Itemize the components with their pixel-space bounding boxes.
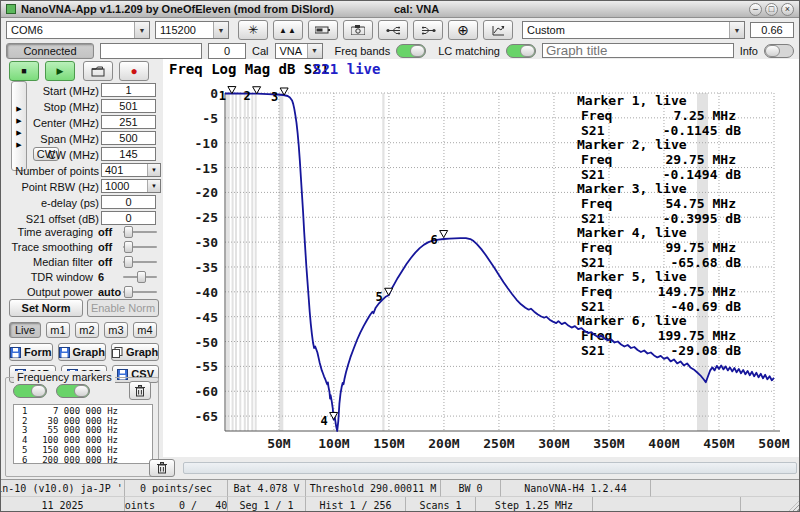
y-tick-label: -35 [195, 260, 218, 275]
sweep-progress-bar[interactable] [183, 462, 797, 474]
field-combo[interactable]: 1000▼ [101, 179, 161, 193]
button-label: Form [24, 346, 52, 358]
save-graph-button[interactable]: Graph [111, 343, 159, 361]
slider-thumb[interactable] [124, 286, 133, 298]
toggle-knob [74, 385, 89, 397]
app-icon [6, 4, 16, 14]
marker-readout-s21-label: S21 [581, 255, 605, 270]
trace-marker-icon[interactable] [440, 231, 448, 238]
s21-plot[interactable]: 0-5-10-15-20-25-30-35-40-45-50-55-60-655… [163, 59, 800, 457]
trace-button-m4[interactable]: m4 [133, 322, 157, 338]
tdr-chart-button[interactable] [483, 20, 513, 40]
slider-thumb[interactable] [137, 271, 146, 283]
minimize-button[interactable]: – [749, 3, 762, 16]
field-combo[interactable]: 401▼ [101, 163, 161, 177]
set-norm-button[interactable]: Set Norm [9, 299, 83, 317]
connection-row: Connected 0 Cal VNA ▼ Freq bands LC matc… [1, 42, 799, 59]
calibration-button[interactable]: ⊕ [448, 20, 478, 40]
slider-thumb[interactable] [124, 241, 133, 253]
marker-readout-s21-label: S21 [581, 343, 605, 358]
slider[interactable] [123, 226, 157, 238]
y-tick-label: -5 [202, 111, 218, 126]
field-input[interactable]: 1 [101, 83, 156, 97]
value-field[interactable]: 0 [208, 43, 246, 59]
slider[interactable] [123, 241, 157, 253]
field-row: Point RBW (Hz)1000▼ [1, 179, 163, 194]
slider[interactable] [123, 271, 157, 283]
open-file-button[interactable] [83, 61, 113, 81]
lc-matching-toggle[interactable] [506, 44, 536, 58]
slider-thumb[interactable] [124, 226, 133, 238]
record-button[interactable]: ● [119, 61, 149, 81]
run-sweep-button[interactable]: ▶ [45, 61, 75, 81]
trace-marker-icon[interactable] [253, 87, 261, 94]
markers-toggle-2[interactable] [56, 384, 90, 398]
baud-rate-select[interactable]: 115200 ▼ [155, 21, 229, 39]
field-input[interactable]: 500 [101, 131, 156, 145]
freq-band-highlight [382, 93, 384, 431]
connect-button[interactable]: Connected [6, 43, 94, 59]
battery-button[interactable] [308, 20, 338, 40]
freq-band-highlight [232, 93, 234, 431]
preset-value-field[interactable]: 0.66 [750, 22, 794, 38]
frequency-marker-list[interactable]: 17 000 000 Hz230 000 000 Hz355 000 000 H… [13, 404, 153, 464]
preset-select[interactable]: Custom ▼ [522, 21, 745, 39]
field-row: Stop (MHz)501 [1, 99, 163, 114]
marker-list-row[interactable]: 6200 000 000 Hz [14, 456, 152, 466]
y-tick-label: -40 [195, 285, 219, 300]
save-graph-button[interactable]: Graph [58, 343, 106, 361]
delete-markers-button[interactable] [129, 381, 151, 400]
info-toggle[interactable] [764, 44, 794, 58]
settings-button[interactable]: ✳ [238, 20, 268, 40]
field-label: Center (MHz) [33, 117, 99, 129]
frequency-markers-group: Frequency markers 17 000 000 Hz230 000 0… [5, 377, 159, 477]
save-form-button[interactable]: Form [9, 343, 53, 361]
marker-readout-freq-label: Freq [581, 152, 612, 167]
slider-thumb[interactable] [124, 256, 133, 268]
field-input[interactable]: 145 [101, 147, 156, 161]
tdr-chart-icon [492, 25, 505, 36]
field-input[interactable]: 0 [101, 211, 156, 225]
trace-button-m1[interactable]: m1 [46, 322, 70, 338]
cal-mode-select[interactable]: VNA ▼ [275, 43, 323, 59]
com-port-select[interactable]: COM6 ▼ [6, 21, 150, 39]
y-tick-label: 0 [210, 86, 218, 101]
freq-bands-toggle[interactable] [396, 44, 426, 58]
field-input[interactable]: 251 [101, 115, 156, 129]
close-button[interactable]: × [781, 3, 794, 16]
field-input[interactable]: 0 [101, 195, 156, 209]
screenshot-button[interactable] [343, 20, 373, 40]
usb-disconnect-button[interactable] [378, 20, 408, 40]
message-field[interactable] [100, 43, 202, 59]
slider[interactable] [123, 286, 157, 298]
firmware-upload-button[interactable]: ▲▲ [273, 20, 303, 40]
trace-button-live[interactable]: Live [9, 322, 41, 338]
field-input[interactable]: 501 [101, 99, 156, 113]
trace-marker-icon[interactable] [385, 288, 393, 295]
x-tick-label: 400M [648, 436, 679, 451]
marker-readout-s21-label: S21 [581, 123, 605, 138]
usb-connect-button[interactable] [413, 20, 443, 40]
marker-readout-freq-label: Freq [581, 240, 612, 255]
stop-sweep-button[interactable]: ■ [9, 61, 39, 81]
markers-toggle-1[interactable] [13, 384, 47, 398]
enable-norm-button[interactable]: Enable Norm [87, 299, 159, 317]
maximize-button[interactable]: □ [765, 3, 778, 16]
marker-readout-title: Marker 4, live [577, 225, 687, 240]
marker-readout-s21: -0.1145 dB [663, 123, 741, 138]
y-tick-label: -65 [195, 409, 218, 424]
trace-button-m2[interactable]: m2 [75, 322, 99, 338]
slider-value: off [93, 256, 123, 268]
field-row: CWCW (MHz)145 [1, 147, 163, 162]
x-tick-label: 450M [703, 436, 734, 451]
graph-title-input[interactable] [542, 43, 734, 58]
marker-readout-title: Marker 3, live [577, 181, 687, 196]
copy-icon [112, 347, 123, 358]
marker-readout-s21: -29.08 dB [671, 343, 742, 358]
clear-graph-button[interactable] [149, 459, 175, 477]
app-window: NanoVNA-App v1.1.209 by OneOfEleven (mod… [0, 0, 800, 512]
slider[interactable] [123, 256, 157, 268]
toggle-knob [31, 385, 46, 397]
trace-button-m3[interactable]: m3 [104, 322, 128, 338]
freq-band-highlight [255, 93, 257, 431]
